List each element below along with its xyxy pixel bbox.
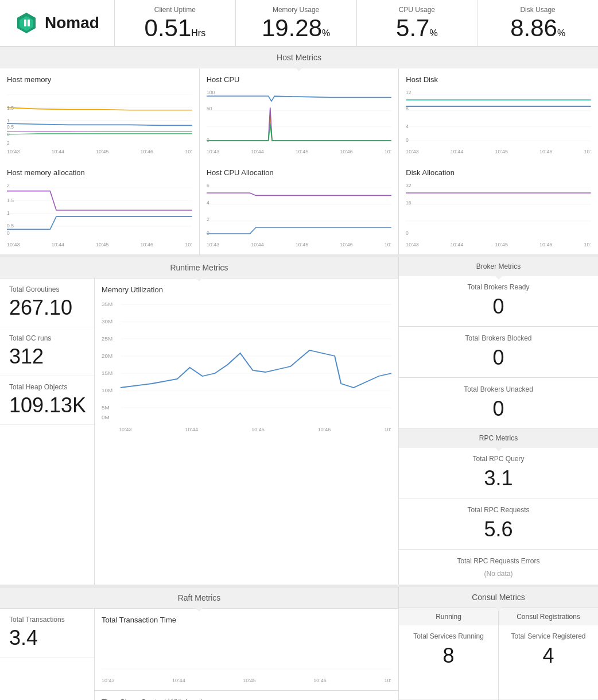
mem-util-chart: 35M 30M 25M 20M 15M 10M 5M 0M	[102, 299, 391, 425]
transaction-time-panel: Total Transaction Time 10:4310:4410:4510…	[95, 609, 398, 690]
runtime-section-header: Runtime Metrics	[0, 257, 398, 279]
svg-text:25M: 25M	[102, 335, 112, 341]
brokers-ready-cell: Total Brokers Ready 0	[399, 276, 598, 326]
gc-runs-stat: Total GC runs 312	[0, 327, 94, 376]
svg-text:0.5: 0.5	[7, 124, 14, 130]
svg-text:1: 1	[7, 118, 10, 123]
svg-text:1.5: 1.5	[7, 105, 14, 111]
host-charts-row2: Host memory allocation 2 1.5 1 0.5 0 10:…	[0, 161, 598, 254]
memory-usage-card: Memory Usage 19.28%	[236, 0, 357, 46]
heap-objects-stat: Total Heap Objects 109.13K	[0, 376, 94, 425]
svg-text:0: 0	[207, 137, 209, 143]
host-cpu-chart: 100 50 0	[207, 88, 392, 146]
broker-metrics-panel: Broker Metrics Total Brokers Ready 0 Tot…	[399, 257, 598, 428]
disk-alloc-xaxis: 10:4310:4410:4510:4610:	[406, 241, 591, 247]
host-memory-chart: 2 1.5 1 0.5 0	[7, 88, 192, 146]
svg-text:2: 2	[207, 216, 209, 222]
svg-text:0: 0	[406, 230, 409, 236]
services-running-cell: Total Services Running 8	[399, 625, 498, 699]
host-memory-panel: Host memory 2 1.5 1 0.5 0 10:4310:4410:4…	[0, 68, 199, 161]
svg-text:12: 12	[406, 90, 411, 95]
host-cpu-alloc-panel: Host CPU Allocation 6 4 2 0 10:4310:4410…	[200, 161, 399, 254]
svg-text:0.5: 0.5	[7, 223, 14, 229]
svg-text:10M: 10M	[102, 387, 112, 393]
svg-text:0: 0	[7, 132, 10, 137]
host-cpu-title: Host CPU	[207, 75, 392, 84]
rpc-stats: Total RPC Query 3.1 Total RPC Requests 5…	[399, 448, 598, 585]
header: Nomad Client Uptime 0.51Hrs Memory Usage…	[0, 0, 598, 47]
host-mem-alloc-panel: Host memory allocation 2 1.5 1 0.5 0 10:…	[0, 161, 199, 254]
host-cpu-panel: Host CPU 100 50 0 10:4310:4410:4510:4610…	[200, 68, 399, 161]
disk-usage-value: 8.86%	[510, 16, 565, 40]
svg-text:0: 0	[7, 230, 10, 236]
total-transactions-stat: Total Transactions 3.4	[0, 609, 94, 658]
svg-text:30M: 30M	[102, 318, 112, 324]
svg-text:4: 4	[406, 123, 409, 129]
runtime-section: Runtime Metrics Total Goroutines 267.10 …	[0, 257, 398, 585]
svg-text:8: 8	[406, 106, 409, 111]
consul-registrations-header: Consul Registrations	[499, 608, 598, 625]
rpc-metrics-header: RPC Metrics	[399, 428, 598, 448]
consul-section-header: Consul Metrics	[399, 587, 598, 608]
goroutines-value: 267.10	[9, 296, 85, 320]
nomad-logo-icon	[14, 10, 39, 36]
host-mem-alloc-xaxis: 10:4310:4410:4510:4610:	[7, 241, 192, 247]
svg-text:32: 32	[406, 183, 411, 188]
host-mem-alloc-chart: 2 1.5 1 0.5 0	[7, 181, 192, 239]
time-since-contact-panel: Time Since Contact With Leader 10:4310:4…	[95, 691, 398, 700]
raft-section: Raft Metrics Total Transactions 3.4 Tota…	[0, 587, 398, 700]
transaction-time-chart	[102, 629, 391, 675]
gc-runs-value: 312	[9, 345, 85, 369]
gc-runs-label: Total GC runs	[9, 334, 85, 342]
raft-charts: Total Transaction Time 10:4310:4410:4510…	[95, 609, 398, 700]
logo-text: Nomad	[45, 14, 99, 32]
svg-text:5M: 5M	[102, 404, 110, 410]
disk-alloc-panel: Disk Allocation 32 16 0 10:4310:4410:451…	[399, 161, 598, 254]
svg-text:2: 2	[7, 183, 10, 188]
cpu-usage-value: 5.7%	[396, 16, 438, 40]
runtime-inner: Total Goroutines 267.10 Total GC runs 31…	[0, 279, 398, 585]
consul-stats-grid: Total Services Running 8 Total Service R…	[399, 625, 598, 700]
host-metrics-section-header: Host Metrics	[0, 47, 598, 68]
host-cpu-alloc-title: Host CPU Allocation	[207, 168, 392, 177]
broker-metrics-header: Broker Metrics	[399, 257, 598, 276]
rpc-requests-cell: Total RPC Requests 5.6	[399, 499, 598, 548]
mem-util-chart-area: Memory Utilization 35M 30M 25M 20M 15M 1…	[95, 279, 398, 585]
host-cpu-xaxis: 10:4310:4410:4510:4610:	[207, 148, 392, 154]
rpc-query-cell: Total RPC Query 3.1	[399, 448, 598, 497]
mem-util-title: Memory Utilization	[102, 285, 391, 294]
mem-util-xaxis: 10:4310:4410:4510:4610:	[102, 427, 391, 432]
svg-text:15M: 15M	[102, 370, 112, 376]
host-disk-chart: 12 8 4 0	[406, 88, 591, 146]
broker-rpc-section: Broker Metrics Total Brokers Ready 0 Tot…	[399, 257, 598, 585]
client-uptime-card: Client Uptime 0.51Hrs	[115, 0, 236, 46]
cpu-usage-label: CPU Usage	[399, 6, 435, 14]
raft-stats: Total Transactions 3.4	[0, 609, 95, 700]
svg-text:20M: 20M	[102, 353, 112, 358]
svg-text:1: 1	[7, 210, 10, 216]
rpc-metrics-panel: RPC Metrics Total RPC Query 3.1 Total RP…	[399, 428, 598, 585]
disk-usage-label: Disk Usage	[520, 6, 555, 14]
host-mem-alloc-title: Host memory allocation	[7, 168, 192, 177]
runtime-stats: Total Goroutines 267.10 Total GC runs 31…	[0, 279, 95, 585]
brokers-blocked-cell: Total Brokers Blocked 0	[399, 327, 598, 377]
host-memory-title: Host memory	[7, 75, 192, 84]
brokers-unacked-cell: Total Brokers Unacked 0	[399, 378, 598, 428]
host-disk-xaxis: 10:4310:4410:4510:4610:	[406, 148, 591, 154]
rpc-errors-cell: Total RPC Requests Errors (No data)	[399, 550, 598, 585]
memory-usage-label: Memory Usage	[273, 6, 319, 14]
consul-section: Consul Metrics Running Consul Registrati…	[399, 587, 598, 700]
svg-text:35M: 35M	[102, 301, 112, 307]
svg-text:16: 16	[406, 200, 411, 206]
raft-section-header: Raft Metrics	[0, 587, 398, 609]
heap-objects-value: 109.13K	[9, 393, 85, 417]
svg-text:0M: 0M	[102, 414, 110, 420]
svg-text:50: 50	[207, 106, 212, 111]
svg-text:2: 2	[7, 140, 10, 146]
disk-usage-card: Disk Usage 8.86%	[477, 0, 598, 46]
disk-alloc-title: Disk Allocation	[406, 168, 591, 177]
heap-objects-label: Total Heap Objects	[9, 383, 85, 391]
host-disk-title: Host Disk	[406, 75, 591, 84]
memory-usage-value: 19.28%	[262, 16, 330, 40]
disk-alloc-chart: 32 16 0	[406, 181, 591, 239]
